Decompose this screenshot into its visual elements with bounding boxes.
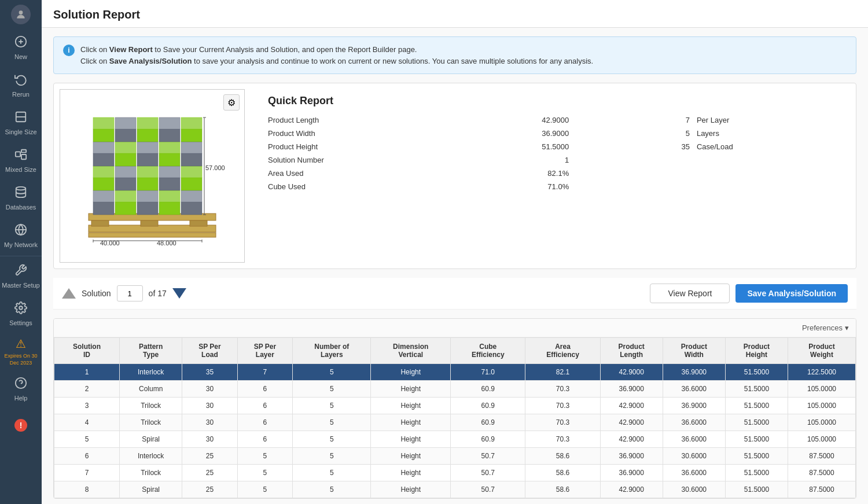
svg-rect-48 — [93, 142, 114, 153]
table-row[interactable]: 5Spiral3065Height60.970.342.900036.60005… — [54, 431, 856, 448]
sidebar-item-mixed-size[interactable]: Mixed Size — [0, 142, 42, 179]
qr-desc-2: Case/Load — [697, 142, 838, 151]
sidebar-label-expires: Expires On 30 Dec 2023 — [0, 353, 42, 366]
save-analysis-button[interactable]: Save Analysis/Solution — [735, 284, 848, 303]
settings-icon — [14, 301, 27, 317]
svg-rect-56 — [159, 129, 180, 142]
banner-line1: Click on View Report to Save your Curren… — [80, 45, 417, 54]
qr-count-2: 35 — [576, 142, 690, 151]
warning-icon: ⚠ — [16, 337, 26, 351]
sidebar-item-master-setup[interactable]: Master Setup — [0, 257, 42, 295]
sidebar-item-my-network[interactable]: My Network — [0, 217, 42, 255]
sidebar-item-databases[interactable]: Databases — [0, 179, 42, 217]
sidebar-label-databases: Databases — [6, 204, 36, 211]
single-size-icon — [14, 111, 27, 126]
qr-value-1: 36.9000 — [436, 129, 569, 138]
pallet-preview: ⚙ — [60, 89, 245, 263]
avatar-section — [0, 0, 42, 29]
svg-rect-60 — [137, 117, 158, 129]
svg-rect-36 — [159, 178, 180, 190]
plus-icon — [14, 35, 27, 51]
quick-report-section: ⚙ — [53, 83, 856, 269]
chevron-down-icon: ▾ — [845, 323, 849, 332]
qr-label-0: Product Length — [268, 116, 429, 124]
qr-label-3: Solution Number — [268, 156, 429, 164]
svg-rect-49 — [115, 142, 136, 153]
qr-value-3: 1 — [436, 156, 569, 164]
svg-rect-21 — [141, 220, 158, 226]
sidebar-item-support[interactable]: ! — [0, 408, 42, 446]
pallet-svg: 40.000 48.000 57.000 — [71, 98, 233, 254]
col-sp-per-layer: SP PerLayer — [237, 338, 292, 364]
sidebar-label-rerun: Rerun — [12, 91, 30, 98]
table-row[interactable]: 7Trilock2555Height50.758.636.900036.6000… — [54, 465, 856, 481]
col-solution-id: SolutionID — [54, 338, 120, 364]
svg-rect-32 — [181, 190, 202, 202]
sidebar-item-single-size[interactable]: Single Size — [0, 104, 42, 142]
svg-rect-46 — [159, 153, 180, 166]
solution-label: Solution — [82, 289, 111, 298]
help-icon — [14, 377, 27, 392]
svg-rect-53 — [93, 129, 114, 142]
svg-rect-33 — [93, 178, 114, 190]
table-row[interactable]: 2Column3065Height60.970.336.900036.60005… — [54, 381, 856, 398]
table-row[interactable]: 8Spiral2555Height50.758.642.900030.60005… — [54, 481, 856, 498]
col-product-width: ProductWidth — [663, 338, 725, 364]
view-report-button[interactable]: View Report — [650, 284, 730, 303]
svg-point-9 — [16, 187, 26, 190]
preferences-button[interactable]: Preferences ▾ — [802, 323, 849, 332]
table-row[interactable]: 4Trilock3065Height60.970.342.900036.6000… — [54, 414, 856, 431]
svg-rect-20 — [91, 220, 109, 226]
svg-point-12 — [19, 306, 23, 310]
solution-nav: Solution of 17 View Report Save Analysis… — [53, 278, 856, 310]
sidebar-item-rerun[interactable]: Rerun — [0, 67, 42, 104]
sidebar-item-settings[interactable]: Settings — [0, 295, 42, 333]
dim-label-57: 57.000 — [205, 164, 225, 171]
qr-label-4: Area Used — [268, 169, 429, 178]
svg-rect-34 — [115, 178, 136, 190]
table-row[interactable]: 6Interlock2555Height50.758.636.900030.60… — [54, 448, 856, 465]
table-row[interactable]: 3Trilock3065Height60.970.342.900036.9000… — [54, 398, 856, 414]
data-table: SolutionID PatternType SP PerLoad SP Per… — [54, 337, 856, 498]
nav-arrow-down[interactable] — [172, 288, 186, 299]
main-content: Solution Report i Click on View Report t… — [42, 0, 868, 504]
table-body: 1Interlock3575Height71.082.142.900036.90… — [54, 364, 856, 498]
qr-label-5: Cube Used — [268, 182, 429, 191]
svg-rect-39 — [115, 166, 136, 178]
svg-point-0 — [19, 10, 23, 14]
table-row[interactable]: 1Interlock3575Height71.082.142.900036.90… — [54, 364, 856, 381]
gear-button[interactable]: ⚙ — [223, 94, 240, 111]
rerun-icon — [14, 73, 27, 89]
svg-rect-55 — [137, 129, 158, 142]
sidebar-item-expires[interactable]: ⚠ Expires On 30 Dec 2023 — [0, 333, 42, 370]
col-cube-efficiency: CubeEfficiency — [451, 338, 525, 364]
col-product-height: ProductHeight — [725, 338, 788, 364]
qr-value-2: 51.5000 — [436, 142, 569, 151]
svg-rect-8 — [21, 154, 26, 159]
info-text: Click on View Report to Save your Curren… — [80, 44, 593, 67]
info-icon: i — [63, 45, 75, 56]
svg-rect-47 — [181, 153, 202, 166]
quick-report-title: Quick Report — [268, 95, 838, 107]
page-title: Solution Report — [53, 8, 856, 21]
col-product-weight: ProductWeight — [788, 338, 856, 364]
databases-icon — [14, 186, 27, 201]
qr-desc-1: Layers — [697, 129, 838, 138]
solution-input[interactable] — [117, 285, 143, 301]
mixed-size-icon — [14, 148, 27, 164]
svg-rect-29 — [115, 190, 136, 202]
user-avatar[interactable] — [11, 5, 31, 24]
nav-arrow-up[interactable] — [62, 288, 76, 299]
sidebar-item-new[interactable]: New — [0, 29, 42, 67]
col-pattern-type: PatternType — [120, 338, 182, 364]
support-icon: ! — [14, 418, 28, 435]
col-product-length: ProductLength — [600, 338, 663, 364]
col-dimension-vertical: DimensionVertical — [371, 338, 451, 364]
svg-rect-54 — [115, 129, 136, 142]
sidebar-item-help[interactable]: Help — [0, 370, 42, 408]
qr-count-0: 7 — [576, 116, 690, 124]
sidebar-label-help: Help — [14, 395, 28, 402]
banner-line2: Click on Save Analysis/Solution to save … — [80, 57, 593, 65]
svg-rect-44 — [115, 153, 136, 166]
svg-rect-57 — [181, 129, 202, 142]
